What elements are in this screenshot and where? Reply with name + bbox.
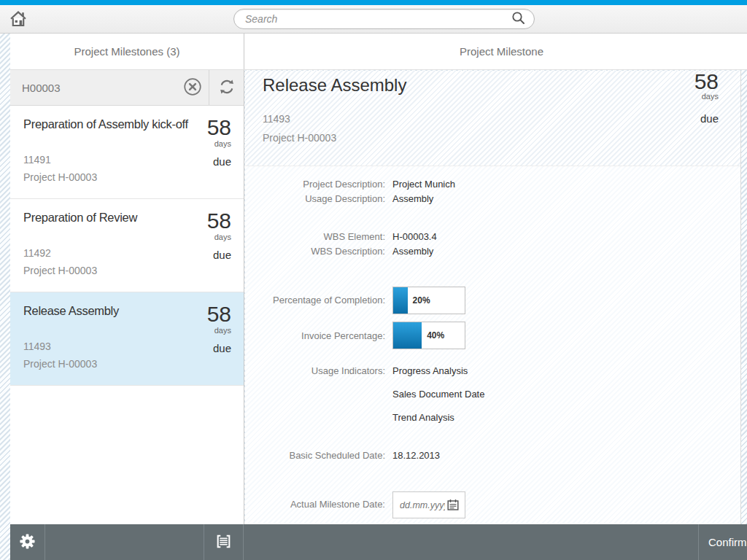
gear-icon [19, 533, 36, 552]
project-description-value: Project Munich [392, 178, 455, 191]
milestone-list-item[interactable]: Preparation of Assembly kick-off 11491 P… [10, 106, 244, 199]
item-days-value: 58 [207, 303, 231, 326]
detail-form: Project Description: Project Munich Usag… [245, 166, 740, 524]
invoice-percent-text: 40% [427, 330, 444, 341]
item-project: Project H-00003 [23, 171, 195, 184]
date-picker-button[interactable] [446, 498, 465, 513]
milestone-list-item[interactable]: Preparation of Review 11492 Project H-00… [10, 199, 244, 292]
usage-description-label: Usage Description: [245, 192, 385, 206]
panel-headers: Project Milestones (3) Project Milestone [10, 34, 747, 70]
home-icon [9, 20, 28, 31]
basic-scheduled-label: Basic Scheduled Date: [245, 449, 385, 462]
item-status: due [213, 249, 231, 261]
filter-input[interactable] [10, 81, 179, 95]
detail-id: 11493 [263, 112, 290, 125]
home-button[interactable] [7, 9, 29, 31]
object-header: Release Assembly 11493 Project H-00003 5… [245, 71, 740, 166]
item-days-unit: days [214, 326, 231, 335]
refresh-icon [217, 77, 236, 98]
basic-scheduled-value: 18.12.2013 [392, 449, 440, 462]
detail-panel: Release Assembly 11493 Project H-00003 5… [245, 71, 741, 524]
completion-progress-bar: 20% [392, 287, 465, 314]
completion-progress-fill [393, 287, 408, 314]
list-icon [214, 532, 233, 553]
item-id: 11493 [23, 341, 195, 353]
footer-spacer [244, 524, 699, 560]
item-status: due [213, 342, 231, 354]
completion-label: Percentage of Completion: [245, 294, 385, 307]
invoice-label: Invoice Percentage: [245, 330, 385, 343]
footer-list-button[interactable] [214, 532, 233, 553]
actual-milestone-date-input[interactable] [393, 499, 446, 511]
detail-title: Release Assembly [263, 74, 406, 96]
invoice-progress-bar: 40% [392, 322, 465, 349]
usage-indicator-item: Sales Document Date [392, 388, 484, 401]
item-days-value: 58 [207, 116, 231, 139]
decline-icon [182, 88, 203, 99]
detail-days-value: 58 [694, 71, 719, 93]
detail-panel-title: Project Milestone [460, 45, 543, 58]
usage-indicator-item: Progress Analysis [392, 365, 468, 378]
usage-description-value: Assembly [392, 192, 433, 206]
completion-percent-text: 20% [413, 295, 430, 306]
item-days-unit: days [214, 139, 231, 149]
settings-button[interactable] [19, 533, 36, 552]
item-id: 11492 [23, 247, 195, 260]
detail-panel-header: Project Milestone [244, 34, 747, 69]
brand-bar [0, 0, 747, 5]
calendar-icon [446, 502, 460, 513]
wbs-element-label: WBS Element: [245, 230, 385, 244]
milestone-list-item-selected[interactable]: Release Assembly 11493 Project H-00003 5… [10, 292, 244, 386]
item-id: 11491 [23, 154, 195, 166]
clear-filter-button[interactable] [179, 77, 209, 98]
actual-milestone-label: Actual Milestone Date: [245, 498, 385, 511]
footer-spacer [45, 524, 204, 560]
item-status: due [213, 155, 231, 168]
shell-header [0, 5, 747, 34]
invoice-progress-fill [393, 322, 422, 349]
master-panel-header: Project Milestones (3) [10, 34, 244, 69]
item-title: Release Assembly [23, 303, 195, 318]
master-panel: Preparation of Assembly kick-off 11491 P… [10, 70, 244, 524]
item-title: Preparation of Assembly kick-off [23, 117, 195, 131]
list-filter-bar [10, 70, 244, 106]
footer-bar: Confirm [10, 524, 747, 560]
item-project: Project H-00003 [23, 265, 195, 277]
usage-indicators-label: Usage Indicators: [245, 365, 385, 378]
search-button[interactable] [511, 10, 534, 28]
wbs-description-value: Assembly [392, 245, 433, 258]
confirm-button[interactable]: Confirm [699, 536, 747, 548]
item-title: Preparation of Review [23, 210, 195, 225]
wbs-element-value: H-00003.4 [392, 230, 437, 244]
search-input[interactable] [234, 13, 511, 25]
actual-milestone-date-field [392, 491, 465, 518]
search-icon [511, 18, 527, 28]
app-root: Project Milestones (3) Project Milestone [0, 0, 747, 560]
search-box [233, 9, 535, 29]
item-days-value: 58 [207, 209, 231, 233]
master-panel-title: Project Milestones (3) [74, 45, 179, 58]
detail-project: Project H-00003 [263, 131, 336, 144]
item-project: Project H-00003 [23, 358, 195, 370]
detail-status: due [700, 112, 719, 125]
project-description-label: Project Description: [245, 178, 385, 191]
detail-days-unit: days [702, 91, 719, 101]
item-days-unit: days [214, 233, 231, 242]
refresh-button[interactable] [209, 70, 244, 105]
wbs-description-label: WBS Description: [245, 245, 385, 258]
usage-indicator-item: Trend Analysis [392, 411, 454, 424]
